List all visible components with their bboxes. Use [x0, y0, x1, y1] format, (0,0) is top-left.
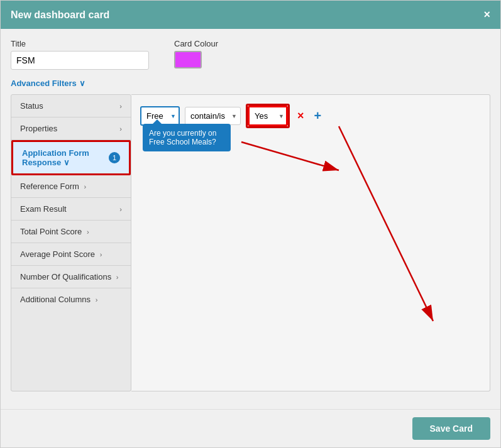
operator-select[interactable]: contain/is	[185, 107, 241, 125]
content-area: Status › Properties › Application Form R…	[11, 94, 490, 391]
operator-select-wrapper: contain/is	[185, 107, 241, 125]
sidebar-item-average-point-score-label: Average Point Score ›	[20, 249, 102, 259]
title-field-group: Title	[11, 39, 149, 70]
sidebar-item-reference-form-label: Reference Form ›	[20, 182, 86, 191]
badge: 1	[109, 152, 120, 163]
chevron-down-icon: ∨	[79, 79, 85, 88]
svg-line-2	[339, 126, 433, 321]
sidebar-item-total-point-score-label: Total Point Score ›	[20, 227, 89, 236]
chevron-icon: ›	[119, 125, 122, 133]
save-card-button[interactable]: Save Card	[412, 417, 490, 440]
sidebar-item-properties-label: Properties	[20, 124, 57, 133]
value-select[interactable]: Yes	[248, 106, 288, 126]
top-row: Title Card Colour	[11, 39, 490, 70]
modal-header: New dashboard card ×	[1, 1, 500, 29]
sidebar-item-application-form-label: Application Form Response ∨	[22, 148, 106, 167]
modal: New dashboard card × Title Card Colour A…	[0, 0, 501, 448]
sidebar-item-exam-result-label: Exam Result	[20, 204, 67, 214]
sidebar: Status › Properties › Application Form R…	[11, 94, 131, 391]
title-input[interactable]	[11, 51, 149, 70]
modal-body: Title Card Colour Advanced Filters ∨ Sta…	[1, 29, 500, 409]
svg-line-1	[241, 142, 339, 170]
sidebar-item-total-point-score[interactable]: Total Point Score ›	[11, 221, 131, 243]
chevron-icon: ›	[119, 205, 122, 213]
advanced-filters-toggle[interactable]: Advanced Filters ∨	[11, 79, 490, 88]
value-select-wrapper: Yes	[246, 104, 290, 128]
sidebar-item-number-of-qualifications[interactable]: Number Of Qualifications ›	[11, 266, 131, 288]
advanced-filters-label: Advanced Filters	[11, 79, 77, 88]
title-label: Title	[11, 39, 149, 48]
sidebar-item-additional-columns-label: Additional Columns ›	[20, 295, 97, 304]
color-swatch[interactable]	[174, 51, 202, 68]
sidebar-item-application-form[interactable]: Application Form Response ∨ 1	[11, 140, 131, 175]
add-filter-button[interactable]: +	[312, 109, 324, 123]
sidebar-item-exam-result[interactable]: Exam Result ›	[11, 198, 131, 221]
filter-tooltip: Are you currently on Free School Meals?	[143, 124, 231, 151]
tooltip-text: Are you currently on Free School Meals?	[149, 129, 216, 146]
color-label: Card Colour	[174, 39, 218, 48]
sidebar-item-reference-form[interactable]: Reference Form ›	[11, 175, 131, 198]
chevron-icon: ›	[119, 102, 122, 110]
sidebar-item-number-of-qualifications-label: Number Of Qualifications ›	[20, 272, 119, 281]
sidebar-item-status-label: Status	[20, 101, 43, 111]
sidebar-item-properties[interactable]: Properties ›	[11, 117, 131, 140]
color-field-group: Card Colour	[174, 39, 218, 68]
sidebar-item-status[interactable]: Status ›	[11, 95, 131, 117]
filter-panel: Free contain/is Yes	[131, 94, 490, 391]
sidebar-item-average-point-score[interactable]: Average Point Score ›	[11, 243, 131, 266]
close-button[interactable]: ×	[483, 8, 490, 21]
modal-title: New dashboard card	[11, 9, 109, 21]
remove-filter-button[interactable]: ×	[295, 109, 307, 123]
modal-footer: Save Card	[1, 409, 500, 447]
sidebar-item-additional-columns[interactable]: Additional Columns ›	[11, 288, 131, 310]
